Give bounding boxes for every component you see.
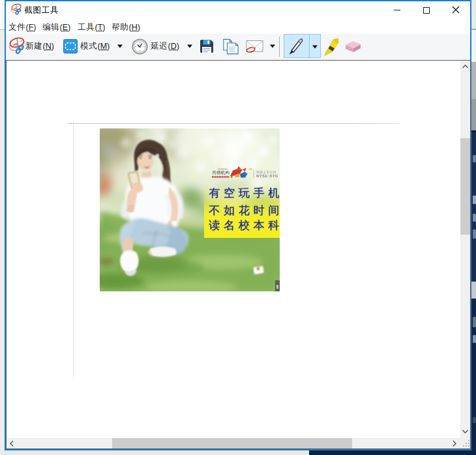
svg-text:TM: TM: [248, 168, 252, 171]
svg-text:NYSE:STG: NYSE:STG: [256, 174, 278, 178]
